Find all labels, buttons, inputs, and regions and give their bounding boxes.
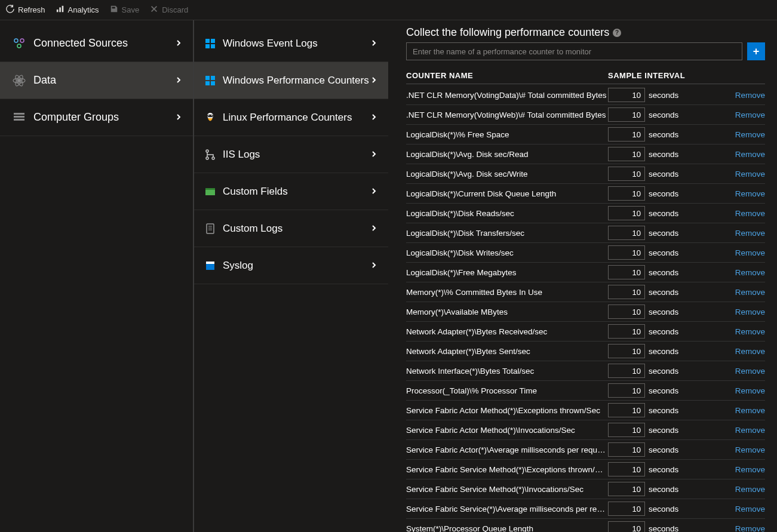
sample-interval-input[interactable] bbox=[608, 186, 645, 201]
subnav-icon bbox=[204, 183, 217, 200]
subnav-item-syslog[interactable]: Syslog bbox=[194, 247, 388, 284]
svg-point-26 bbox=[206, 157, 208, 159]
sample-interval-input[interactable] bbox=[608, 285, 645, 299]
remove-link[interactable]: Remove bbox=[735, 209, 765, 218]
sample-interval-input[interactable] bbox=[608, 502, 645, 516]
svg-rect-20 bbox=[211, 81, 215, 85]
sample-interval-input[interactable] bbox=[608, 265, 645, 279]
counter-name-input[interactable] bbox=[406, 42, 742, 60]
sample-interval-input[interactable] bbox=[608, 423, 645, 437]
svg-rect-16 bbox=[211, 44, 215, 48]
sample-interval-input[interactable] bbox=[608, 107, 645, 122]
remove-link[interactable]: Remove bbox=[735, 150, 765, 159]
subnav-icon bbox=[204, 257, 217, 274]
plus-icon: + bbox=[753, 45, 760, 58]
counter-name: Memory(*)\Available MBytes bbox=[406, 307, 608, 316]
sample-interval-input[interactable] bbox=[608, 167, 645, 181]
subnav-item-linux-performance-counters[interactable]: Linux Performance Counters bbox=[194, 99, 388, 136]
sample-interval-input[interactable] bbox=[608, 88, 645, 102]
remove-link[interactable]: Remove bbox=[735, 485, 765, 494]
counter-row: LogicalDisk(*)\Avg. Disk sec/Writesecond… bbox=[406, 164, 765, 184]
sample-interval-input[interactable] bbox=[608, 305, 645, 319]
svg-rect-12 bbox=[14, 119, 24, 121]
counter-row: System(*)\Processor Queue LengthsecondsR… bbox=[406, 519, 765, 532]
remove-link[interactable]: Remove bbox=[735, 91, 765, 100]
counter-name: Service Fabric Service(*)\Average millis… bbox=[406, 505, 608, 513]
sidebar-item-connected-sources[interactable]: Connected Sources bbox=[0, 25, 193, 62]
sample-interval-input[interactable] bbox=[608, 364, 645, 378]
svg-rect-29 bbox=[205, 188, 215, 190]
sample-interval-input[interactable] bbox=[608, 521, 645, 532]
counter-name: LogicalDisk(*)\% Free Space bbox=[406, 130, 608, 139]
sidebar-item-data[interactable]: Data bbox=[0, 62, 193, 99]
subnav-item-label: Windows Performance Counters bbox=[223, 75, 370, 87]
save-icon bbox=[110, 5, 118, 15]
remove-link[interactable]: Remove bbox=[735, 189, 765, 198]
remove-link[interactable]: Remove bbox=[735, 307, 765, 316]
save-label: Save bbox=[122, 5, 140, 14]
counter-row: LogicalDisk(*)\Disk Writes/secsecondsRem… bbox=[406, 243, 765, 263]
svg-point-23 bbox=[208, 115, 210, 116]
remove-link[interactable]: Remove bbox=[735, 170, 765, 179]
svg-rect-13 bbox=[205, 39, 210, 43]
remove-link[interactable]: Remove bbox=[735, 268, 765, 277]
counter-name: LogicalDisk(*)\Avg. Disk sec/Write bbox=[406, 170, 608, 179]
seconds-label: seconds bbox=[649, 288, 678, 297]
remove-link[interactable]: Remove bbox=[735, 229, 765, 238]
sample-interval-input[interactable] bbox=[608, 442, 645, 457]
remove-link[interactable]: Remove bbox=[735, 445, 765, 454]
sidebar-item-computer-groups[interactable]: Computer Groups bbox=[0, 99, 193, 136]
analytics-button[interactable]: Analytics bbox=[56, 5, 99, 15]
panel-heading: Collect the following performance counte… bbox=[406, 26, 609, 39]
remove-link[interactable]: Remove bbox=[735, 248, 765, 257]
sample-interval-input[interactable] bbox=[608, 383, 645, 398]
counter-row: LogicalDisk(*)\Avg. Disk sec/Readseconds… bbox=[406, 144, 765, 164]
remove-link[interactable]: Remove bbox=[735, 465, 765, 474]
svg-rect-17 bbox=[205, 76, 210, 80]
counter-row: LogicalDisk(*)\Free MegabytessecondsRemo… bbox=[406, 263, 765, 282]
remove-link[interactable]: Remove bbox=[735, 367, 765, 376]
remove-link[interactable]: Remove bbox=[735, 327, 765, 336]
refresh-button[interactable]: Refresh bbox=[6, 5, 45, 15]
chevron-right-icon bbox=[370, 150, 377, 159]
sample-interval-input[interactable] bbox=[608, 344, 645, 358]
subnav-item-windows-performance-counters[interactable]: Windows Performance Counters bbox=[194, 62, 388, 99]
seconds-label: seconds bbox=[649, 209, 678, 218]
remove-link[interactable]: Remove bbox=[735, 110, 765, 119]
refresh-label: Refresh bbox=[18, 5, 45, 14]
remove-link[interactable]: Remove bbox=[735, 288, 765, 297]
counter-row: .NET CLR Memory(VotingData)\# Total comm… bbox=[406, 85, 765, 105]
sample-interval-input[interactable] bbox=[608, 127, 645, 142]
svg-rect-2 bbox=[62, 6, 63, 13]
sidebar-icon bbox=[11, 72, 27, 89]
sample-interval-input[interactable] bbox=[608, 226, 645, 240]
counter-name: Processor(_Total)\% Processor Time bbox=[406, 386, 608, 395]
remove-link[interactable]: Remove bbox=[735, 505, 765, 513]
svg-rect-35 bbox=[206, 262, 214, 264]
sample-interval-input[interactable] bbox=[608, 147, 645, 161]
main-panel: Collect the following performance counte… bbox=[388, 20, 777, 532]
subnav-item-windows-event-logs[interactable]: Windows Event Logs bbox=[194, 25, 388, 62]
subnav-item-iis-logs[interactable]: IIS Logs bbox=[194, 136, 388, 173]
counter-name: .NET CLR Memory(VotingData)\# Total comm… bbox=[406, 91, 608, 100]
remove-link[interactable]: Remove bbox=[735, 130, 765, 139]
subnav-icon bbox=[204, 220, 217, 237]
remove-link[interactable]: Remove bbox=[735, 347, 765, 356]
help-icon[interactable]: ? bbox=[613, 29, 621, 37]
sample-interval-input[interactable] bbox=[608, 462, 645, 476]
sample-interval-input[interactable] bbox=[608, 403, 645, 417]
add-counter-button[interactable]: + bbox=[747, 42, 765, 60]
svg-point-6 bbox=[17, 79, 21, 82]
sample-interval-input[interactable] bbox=[608, 324, 645, 339]
counter-name: Service Fabric Service Method(*)\Invocat… bbox=[406, 485, 608, 494]
sample-interval-input[interactable] bbox=[608, 206, 645, 220]
remove-link[interactable]: Remove bbox=[735, 386, 765, 395]
sample-interval-input[interactable] bbox=[608, 482, 645, 496]
subnav-item-custom-fields[interactable]: Custom Fields bbox=[194, 173, 388, 210]
remove-link[interactable]: Remove bbox=[735, 406, 765, 415]
remove-link[interactable]: Remove bbox=[735, 426, 765, 435]
sample-interval-input[interactable] bbox=[608, 245, 645, 260]
subnav-item-custom-logs[interactable]: Custom Logs bbox=[194, 210, 388, 247]
remove-link[interactable]: Remove bbox=[735, 524, 765, 533]
seconds-label: seconds bbox=[649, 445, 678, 454]
